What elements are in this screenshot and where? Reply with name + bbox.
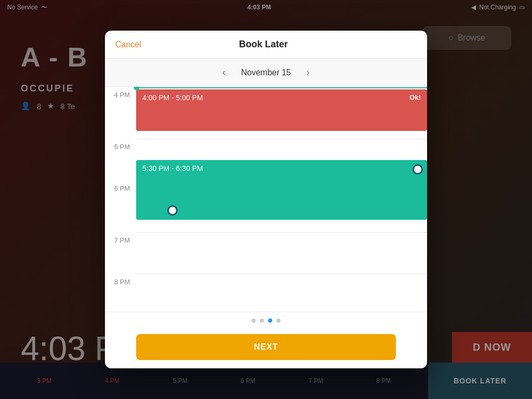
event-time-red: 4:00 PM - 5:00 PM — [142, 94, 203, 102]
drag-handle-bottom[interactable] — [167, 205, 178, 216]
modal-overlay: Cancel Book Later ‹ November 15 › 4 PM — [0, 0, 532, 399]
time-label-5pm: 5 PM — [105, 139, 136, 151]
event-ok-label: Ok! — [409, 94, 421, 101]
pagination-dot-1 — [251, 318, 256, 323]
time-label-8pm: 8 PM — [105, 274, 136, 286]
time-label-6pm: 6 PM — [105, 180, 136, 192]
time-label-4pm: 4 PM — [105, 87, 136, 99]
event-block-red[interactable]: 4:00 PM - 5:00 PM Ok! — [136, 89, 427, 131]
pagination-dots — [105, 312, 427, 329]
time-row-7pm: 7 PM — [105, 232, 427, 274]
modal-title: Book Later — [239, 39, 288, 50]
book-later-modal: Cancel Book Later ‹ November 15 › 4 PM — [105, 31, 427, 368]
prev-date-button[interactable]: ‹ — [217, 65, 231, 80]
next-date-button[interactable]: › — [301, 65, 315, 80]
next-button[interactable]: NEXT — [136, 334, 396, 360]
time-area-6pm: 5:30 PM - 6:30 PM — [136, 180, 427, 222]
date-label: November 15 — [241, 68, 291, 77]
time-area-4pm: 4:00 PM - 5:00 PM Ok! — [136, 87, 427, 128]
time-label-7pm: 7 PM — [105, 232, 136, 244]
time-row-8pm: 8 PM — [105, 274, 427, 312]
time-row-6pm: 6 PM 5:30 PM - 6:30 PM — [105, 180, 427, 232]
current-time-line — [136, 87, 427, 88]
date-nav: ‹ November 15 › — [105, 59, 427, 87]
cancel-button[interactable]: Cancel — [115, 40, 141, 49]
event-block-teal[interactable]: 5:30 PM - 6:30 PM — [136, 160, 427, 220]
pagination-dot-2 — [260, 318, 264, 323]
time-area-8pm — [136, 274, 427, 312]
modal-header: Cancel Book Later — [105, 31, 427, 59]
pagination-dot-4 — [276, 318, 281, 323]
time-row-4pm: 4 PM 4:00 PM - 5:00 PM Ok! — [105, 87, 427, 139]
time-grid: 4 PM 4:00 PM - 5:00 PM Ok! — [105, 87, 427, 312]
pagination-dot-3 — [268, 318, 272, 323]
drag-handle-top[interactable] — [413, 164, 423, 175]
calendar-body[interactable]: 4 PM 4:00 PM - 5:00 PM Ok! — [105, 87, 427, 312]
event-time-teal: 5:30 PM - 6:30 PM — [142, 164, 203, 172]
time-area-7pm — [136, 232, 427, 274]
